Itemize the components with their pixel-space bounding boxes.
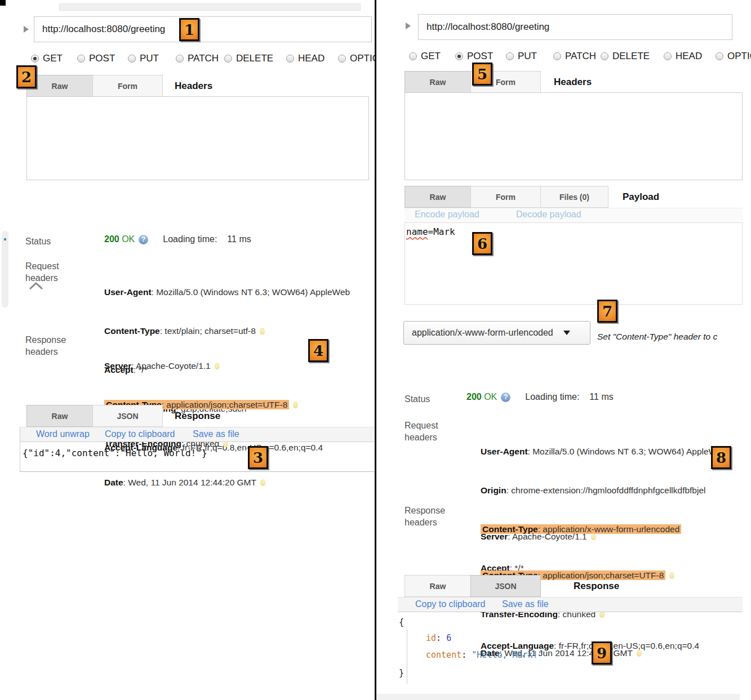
- method-label: PUT: [518, 51, 537, 62]
- payload-text[interactable]: name=Mark: [406, 226, 455, 237]
- method-radio-put[interactable]: PUT: [128, 53, 159, 64]
- annotation-badge-9: 9: [592, 641, 612, 665]
- lightbulb-icon[interactable]: [215, 363, 220, 369]
- annotation-badge-2: 2: [16, 65, 37, 88]
- radio-icon: [601, 52, 608, 60]
- window-corner-fragment: [0, 0, 6, 6]
- status-text: OK: [122, 234, 135, 244]
- copy-to-clipboard-link[interactable]: Copy to clipboard: [105, 429, 175, 439]
- method-radio-options[interactable]: OPTIONS: [716, 51, 751, 62]
- lightbulb-icon[interactable]: [591, 533, 596, 540]
- method-label: POST: [467, 51, 493, 62]
- response-headers-label: Response headers: [405, 505, 455, 528]
- loading-time-value: 11 ms: [589, 392, 613, 402]
- status-row: 200 OK ? Loading time: 11 ms: [104, 234, 251, 244]
- url-text: http://localhost:8080/greeting: [426, 21, 549, 33]
- method-label: HEAD: [676, 51, 702, 62]
- content-type-hint: Set "Content-Type" header to c: [597, 332, 717, 342]
- url-input[interactable]: http://localhost:8080/greeting: [418, 14, 732, 40]
- radio-icon: [128, 55, 136, 63]
- response-tab-raw[interactable]: Raw: [26, 405, 93, 427]
- status-code: 200: [466, 392, 482, 402]
- method-radio-put[interactable]: PUT: [506, 51, 537, 62]
- radio-icon: [553, 52, 561, 60]
- method-radio-delete[interactable]: DELETE: [601, 51, 650, 62]
- response-body-raw: {"id":4,"content":"Hello, World!"}: [23, 448, 207, 458]
- payload-title: Payload: [623, 191, 659, 203]
- annotation-badge-1: 1: [179, 18, 199, 41]
- vertical-scrollbar-fragment[interactable]: [2, 231, 8, 307]
- lightbulb-icon[interactable]: [637, 650, 642, 657]
- method-radio-head[interactable]: HEAD: [664, 51, 702, 62]
- method-radio-post[interactable]: POST: [77, 53, 115, 64]
- header-row: User-Agent: Mozilla/5.0 (Windows NT 6.3;…: [104, 286, 350, 298]
- headers-title: Headers: [554, 77, 592, 88]
- encode-payload-link[interactable]: Encode payload: [415, 209, 479, 220]
- payload-tab-form[interactable]: Form: [470, 186, 541, 208]
- footer-bar-fragment: [376, 694, 740, 700]
- word-unwrap-link[interactable]: Word unwrap: [36, 429, 90, 439]
- payload-tab-files[interactable]: Files (0): [540, 186, 608, 208]
- save-as-file-link[interactable]: Save as file: [502, 599, 549, 609]
- url-input[interactable]: http://localhost:8080/greeting: [34, 16, 372, 42]
- payload-tab-raw[interactable]: Raw: [405, 186, 471, 208]
- header-row: Server: Apache-Coyote/1.1: [481, 530, 674, 543]
- method-label: GET: [43, 53, 63, 64]
- header-row: User-Agent: Mozilla/5.0 (Windows NT 6.3;…: [481, 445, 717, 458]
- radio-icon: [77, 55, 85, 63]
- method-radio-get[interactable]: GET: [31, 53, 63, 64]
- radio-icon: [716, 52, 723, 60]
- method-label: POST: [89, 53, 115, 64]
- lightbulb-icon[interactable]: [293, 402, 298, 408]
- status-label: Status: [405, 393, 430, 405]
- radio-icon: [286, 55, 294, 63]
- collapse-chevron-icon[interactable]: [28, 282, 44, 291]
- method-radio-post[interactable]: POST: [455, 51, 493, 62]
- method-radio-patch[interactable]: PATCH: [553, 51, 596, 62]
- method-label: DELETE: [612, 51, 650, 62]
- headers-title: Headers: [175, 81, 212, 92]
- lightbulb-icon[interactable]: [669, 572, 674, 579]
- response-tab-json[interactable]: JSON: [470, 575, 541, 597]
- headers-textarea[interactable]: [405, 92, 743, 180]
- loading-time-value: 11 ms: [227, 234, 251, 244]
- url-expand-arrow-icon[interactable]: [406, 23, 411, 29]
- annotation-badge-3: 3: [248, 446, 268, 469]
- radio-icon: [176, 55, 184, 63]
- status-row: 200 OK ? Loading time: 11 ms: [466, 392, 614, 402]
- annotation-badge-8: 8: [711, 446, 731, 469]
- method-label: PUT: [140, 53, 159, 64]
- method-radio-delete[interactable]: DELETE: [224, 53, 273, 64]
- method-radio-options[interactable]: OPTIONS: [338, 53, 375, 64]
- headers-tab-raw[interactable]: Raw: [405, 71, 471, 93]
- json-indent-guide: [407, 630, 407, 684]
- header-row: Origin: chrome-extension://hgmloofddffdn…: [481, 484, 717, 497]
- status-label: Status: [25, 235, 51, 247]
- method-radio-head[interactable]: HEAD: [286, 53, 325, 64]
- help-icon[interactable]: ?: [139, 235, 148, 244]
- method-radio-patch[interactable]: PATCH: [176, 53, 219, 64]
- loading-time-label: Loading time:: [163, 234, 217, 244]
- save-as-file-link[interactable]: Save as file: [193, 429, 239, 439]
- response-tab-raw[interactable]: Raw: [405, 575, 471, 597]
- response-title: Response: [574, 581, 619, 592]
- content-type-select[interactable]: application/x-www-form-urlencoded: [403, 321, 590, 345]
- copy-to-clipboard-link[interactable]: Copy to clipboard: [415, 599, 486, 609]
- decode-payload-link[interactable]: Decode payload: [516, 209, 581, 220]
- scrollbar-dot-fragment: [4, 238, 6, 240]
- status-text: OK: [484, 392, 497, 402]
- payload-textarea[interactable]: [405, 222, 743, 305]
- response-tab-json[interactable]: JSON: [92, 405, 163, 427]
- request-headers-label: Request headers: [25, 260, 76, 284]
- horizontal-scrollbar-fragment[interactable]: [59, 3, 361, 11]
- json-id-line: id: 6: [426, 633, 451, 643]
- radio-selected-icon: [31, 55, 39, 63]
- help-icon[interactable]: ?: [501, 393, 510, 402]
- headers-textarea[interactable]: [26, 96, 369, 180]
- url-expand-arrow-icon[interactable]: [24, 26, 29, 33]
- response-box-left-border: [20, 427, 20, 472]
- lightbulb-icon[interactable]: [260, 479, 265, 486]
- panel-post-request: http://localhost:8080/greeting GET POST …: [376, 0, 751, 700]
- method-radio-get[interactable]: GET: [409, 51, 441, 62]
- headers-tab-form[interactable]: Form: [92, 75, 163, 97]
